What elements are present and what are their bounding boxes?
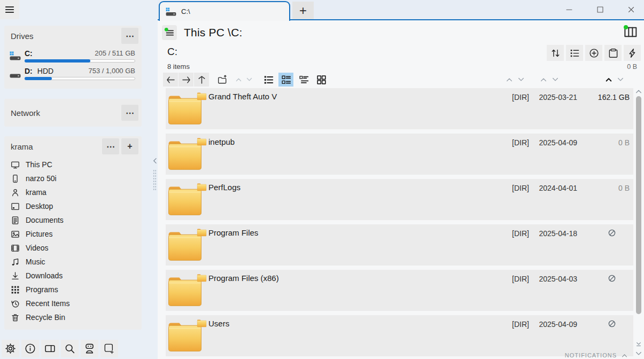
minimize-button[interactable]: [561, 2, 578, 18]
sidebar-item-recent-items[interactable]: Recent Items: [4, 296, 142, 310]
folder-history-button[interactable]: [215, 73, 229, 87]
user-menu-button[interactable]: ⋯: [102, 138, 119, 154]
file-date: 2025-03-21: [539, 93, 577, 102]
scroll-up-button[interactable]: [635, 88, 642, 95]
sidebar-splitter[interactable]: [151, 157, 158, 191]
selection-button[interactable]: [566, 45, 583, 61]
splitter-drag-handle[interactable]: [153, 169, 157, 191]
file-date: 2025-04-03: [539, 275, 577, 283]
sort-date-control[interactable]: [540, 76, 559, 83]
file-size: 0 B: [618, 184, 630, 192]
sidebar-item-label: narzo 50i: [26, 174, 57, 183]
action-button-icon: [627, 48, 638, 58]
app-window: Drives ⋯ C: 205 / 511 GB D: HDD 753 / 1,…: [0, 0, 644, 359]
hamburger-green-icon: [164, 27, 175, 38]
sidebar-item-label: Videos: [26, 244, 49, 252]
sort-up-icon[interactable]: [506, 76, 513, 83]
file-row[interactable]: Program Files [DIR] 2025-04-18: [166, 224, 633, 266]
sort-down-icon[interactable]: [617, 76, 624, 83]
scrollbar-thumb[interactable]: [636, 96, 641, 314]
collapse-sidebar-icon[interactable]: [152, 157, 158, 165]
folder-mini-icon: [197, 137, 207, 146]
about-button[interactable]: [21, 340, 39, 357]
forward-button[interactable]: [179, 73, 193, 87]
drives-menu-button[interactable]: ⋯: [121, 28, 138, 44]
sidebar-item-recycle-bin[interactable]: Recycle Bin: [4, 310, 142, 324]
details-view-button[interactable]: [261, 73, 276, 87]
file-row[interactable]: PerfLogs [DIR] 2024-04-01 0 B: [166, 179, 633, 220]
nav-button-icon: [197, 75, 207, 85]
new-window-button[interactable]: [100, 340, 118, 357]
sort-type-control[interactable]: [506, 76, 525, 83]
chevron-down-icon[interactable]: [246, 76, 253, 83]
sidebar-item-downloads[interactable]: Downloads: [4, 269, 142, 283]
assistant-button[interactable]: [81, 340, 98, 357]
sidebar-item-videos[interactable]: Videos: [4, 241, 142, 255]
tiles-view-button[interactable]: [278, 73, 293, 87]
close-button[interactable]: [623, 2, 640, 18]
sidebar-item-programs[interactable]: Programs: [4, 283, 142, 296]
clipboard-button[interactable]: [604, 45, 622, 61]
compact-view-button[interactable]: [296, 73, 311, 87]
file-size: 0 B: [618, 138, 630, 147]
scroll-to-end-button[interactable]: [635, 341, 642, 347]
sidebar-item-pictures[interactable]: Pictures: [4, 227, 142, 241]
sort-button[interactable]: [547, 45, 564, 61]
sidebar-item-this-pc[interactable]: This PC: [4, 158, 142, 171]
chevron-up-icon[interactable]: [235, 76, 242, 83]
network-menu-button[interactable]: ⋯: [121, 105, 138, 121]
sidebar-item-icon: [11, 244, 20, 253]
add-button[interactable]: [585, 45, 602, 61]
path-bar: C: 0 B: [158, 45, 644, 62]
items-count: 8 items: [167, 63, 190, 71]
sort-down-icon[interactable]: [552, 76, 559, 83]
location-menu-button[interactable]: [162, 25, 177, 40]
drive-item-c[interactable]: C: 205 / 511 GB: [4, 48, 142, 64]
chevron-up-icon: [635, 88, 642, 95]
file-type: [DIR]: [512, 138, 529, 147]
network-panel: Network ⋯: [4, 99, 142, 127]
new-tab-button[interactable]: +: [292, 2, 314, 19]
sidebar-item-documents[interactable]: Documents: [4, 213, 142, 227]
search-button[interactable]: [61, 340, 79, 357]
tab-c-drive[interactable]: C:\: [159, 1, 290, 21]
sidebar-item-icon: [11, 230, 20, 239]
page-title: This PC \C:: [184, 26, 243, 39]
settings-button[interactable]: [2, 340, 19, 357]
add-favorite-button[interactable]: +: [121, 138, 138, 154]
sidebar-item-desktop[interactable]: Desktop: [4, 199, 142, 213]
quick-actions-button[interactable]: [624, 45, 641, 61]
notifications-bar[interactable]: NOTIFICATIONS: [565, 352, 628, 358]
grid-view-button[interactable]: [314, 73, 329, 87]
sort-down-icon[interactable]: [517, 76, 525, 83]
columns-icon: [623, 25, 638, 39]
dual-pane-button[interactable]: [41, 340, 59, 357]
breadcrumb[interactable]: C:: [167, 46, 177, 58]
file-row[interactable]: Grand Theft Auto V [DIR] 2025-03-21 162.…: [166, 88, 633, 129]
maximize-button[interactable]: [592, 2, 609, 18]
folder-mini-icon: [197, 228, 207, 237]
file-row[interactable]: Program Files (x86) [DIR] 2025-04-03: [166, 270, 633, 311]
vertical-scrollbar[interactable]: [634, 87, 643, 359]
window-control-icon: [596, 5, 604, 14]
file-name: Program Files: [208, 228, 258, 237]
back-button[interactable]: [163, 73, 178, 87]
sidebar-item-krama[interactable]: krama: [4, 185, 142, 199]
file-date: 2025-04-09: [539, 320, 577, 329]
chevron-bar-down-icon: [635, 341, 642, 347]
drive-item-d[interactable]: D: HDD 753 / 1,000 GB: [4, 66, 142, 81]
up-button[interactable]: [194, 73, 209, 87]
sidebar-item-icon: [11, 285, 20, 294]
file-row[interactable]: Users [DIR] 2025-04-09: [166, 315, 633, 356]
view-mode-icon: [299, 75, 309, 85]
sidebar-item-narzo-50i[interactable]: narzo 50i: [4, 171, 142, 185]
file-row[interactable]: inetpub [DIR] 2025-04-09 0 B: [166, 134, 633, 175]
sort-up-icon[interactable]: [540, 76, 547, 83]
scroll-down-button[interactable]: [635, 350, 642, 357]
column-sort-controls: [491, 72, 624, 87]
sort-up-icon[interactable]: [605, 76, 612, 83]
columns-view-button[interactable]: [623, 25, 638, 39]
file-name: Users: [208, 319, 229, 328]
sidebar-item-music[interactable]: Music: [4, 255, 142, 269]
sort-name-control[interactable]: [605, 76, 624, 83]
